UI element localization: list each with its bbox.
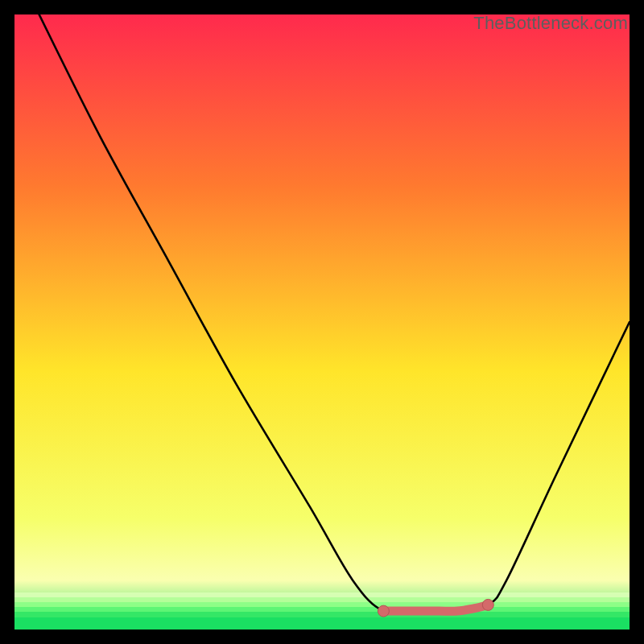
watermark-text: TheBottleneck.com	[473, 13, 628, 34]
highlight-dot	[378, 605, 389, 617]
gradient-background	[14, 14, 630, 630]
highlight-dot	[482, 599, 493, 610]
svg-rect-1	[14, 597, 630, 602]
svg-rect-5	[14, 617, 630, 630]
svg-rect-3	[14, 607, 630, 612]
green-band-strips	[14, 592, 630, 630]
svg-rect-0	[14, 592, 630, 597]
bottleneck-chart	[14, 14, 630, 630]
svg-rect-4	[14, 612, 630, 617]
svg-rect-2	[14, 602, 630, 607]
chart-frame: TheBottleneck.com	[14, 14, 630, 630]
